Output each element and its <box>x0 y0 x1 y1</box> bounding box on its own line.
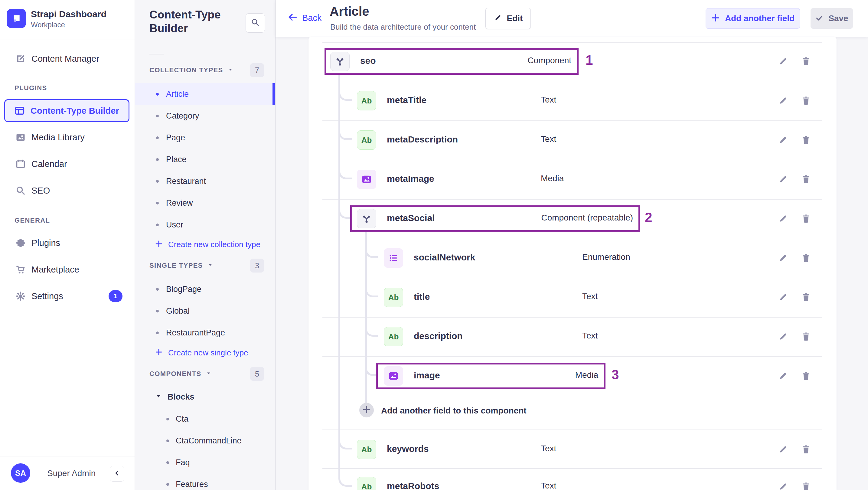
save-label: Save <box>828 13 848 23</box>
back-link[interactable]: Back <box>288 12 321 24</box>
field-row-socialNetwork: socialNetworkEnumeration <box>309 238 837 278</box>
marketplace-icon <box>14 264 27 276</box>
panel-item-user[interactable]: User <box>135 214 275 236</box>
row-actions <box>778 56 811 68</box>
delete-field-icon[interactable] <box>801 332 811 343</box>
edit-field-icon[interactable] <box>778 332 788 343</box>
row-actions <box>778 444 811 456</box>
field-type: Text <box>541 481 556 490</box>
calendar-icon <box>14 158 27 170</box>
annotation-number-1: 1 <box>586 53 593 68</box>
delete-field-icon[interactable] <box>801 174 811 186</box>
panel-item-blogpage[interactable]: BlogPage <box>135 278 275 300</box>
edit-field-icon[interactable] <box>778 253 788 264</box>
delete-field-icon[interactable] <box>801 371 811 382</box>
edit-field-icon[interactable] <box>778 292 788 304</box>
edit-field-icon[interactable] <box>778 135 788 146</box>
bullet-icon <box>156 223 159 226</box>
delete-field-icon[interactable] <box>801 444 811 456</box>
panel-item-place[interactable]: Place <box>135 149 275 170</box>
delete-field-icon[interactable] <box>801 253 811 264</box>
chevron-down-icon <box>227 66 234 74</box>
edit-field-icon[interactable] <box>778 174 788 186</box>
field-type: Enumeration <box>582 252 630 262</box>
panel-item-label: BlogPage <box>166 285 202 294</box>
sidebar-item-marketplace[interactable]: Marketplace <box>0 258 134 280</box>
sidebar-item-label: Marketplace <box>31 265 79 275</box>
field-name: metaSocial <box>387 213 435 223</box>
plugins-section-header: PLUGINS <box>14 84 47 92</box>
field-name: metaDescription <box>387 134 458 145</box>
strapi-logo <box>7 9 26 28</box>
sidebar-item-label: Media Library <box>31 132 85 143</box>
component-field-icon <box>330 52 350 71</box>
add-another-field-button[interactable]: Add another field <box>706 8 800 29</box>
field-name: metaTitle <box>387 95 427 105</box>
sidebar-item-label: SEO <box>31 186 50 196</box>
plus-icon <box>362 405 371 415</box>
component-field-icon <box>357 209 376 228</box>
create-new-collection-type-link[interactable]: Create new collection type <box>135 234 275 255</box>
row-actions <box>778 214 811 225</box>
delete-field-icon[interactable] <box>801 214 811 225</box>
panel-item-label: Features <box>176 480 208 489</box>
component-category-blocks[interactable]: Blocks <box>135 386 275 408</box>
panel-item-cta[interactable]: Cta <box>135 408 275 430</box>
edit-field-icon[interactable] <box>778 96 788 107</box>
add-field-to-component-button[interactable] <box>359 403 374 418</box>
pen-feather-icon <box>14 53 27 65</box>
edit-field-icon[interactable] <box>778 371 788 382</box>
edit-field-icon[interactable] <box>778 482 788 490</box>
panel-item-article[interactable]: Article <box>135 83 275 105</box>
panel-item-ctacommandline[interactable]: CtaCommandLine <box>135 430 275 452</box>
panel-item-category[interactable]: Category <box>135 105 275 127</box>
sidebar-item-settings[interactable]: Settings1 <box>0 285 134 307</box>
delete-field-icon[interactable] <box>801 96 811 107</box>
panel-item-faq[interactable]: Faq <box>135 452 275 473</box>
panel-item-restaurantpage[interactable]: RestaurantPage <box>135 322 275 344</box>
sidebar-item-plugins[interactable]: Plugins <box>0 232 134 254</box>
create-new-single-type-link[interactable]: Create new single type <box>135 342 275 363</box>
sidebar-item-media-library[interactable]: Media Library <box>0 126 134 148</box>
row-actions <box>778 174 811 186</box>
section-count-badge: 7 <box>250 63 264 77</box>
search-button[interactable] <box>246 13 265 33</box>
panel-item-global[interactable]: Global <box>135 300 275 322</box>
panel-item-restaurant[interactable]: Restaurant <box>135 170 275 192</box>
add-field-to-component-label: Add another field to this component <box>381 406 527 416</box>
edit-field-icon[interactable] <box>778 214 788 225</box>
sidebar-item-calendar[interactable]: Calendar <box>0 153 134 175</box>
field-row-metaDescription: AbmetaDescriptionText <box>309 120 837 160</box>
section-header-collection-types[interactable]: COLLECTION TYPES7 <box>135 59 276 81</box>
main-area: Back Article Build the data architecture… <box>276 0 868 490</box>
field-type: Media <box>541 174 564 183</box>
bullet-icon <box>166 439 169 442</box>
panel-item-page[interactable]: Page <box>135 127 275 149</box>
sidebar-item-content-manager[interactable]: Content Manager <box>0 48 134 69</box>
delete-field-icon[interactable] <box>801 482 811 490</box>
page-title: Article <box>330 4 369 19</box>
sidebar-item-seo[interactable]: SEO <box>0 180 134 202</box>
edit-field-icon[interactable] <box>778 56 788 68</box>
field-type: Text <box>541 134 556 144</box>
save-button[interactable]: Save <box>810 8 853 29</box>
field-type: Text <box>582 292 598 301</box>
delete-field-icon[interactable] <box>801 135 811 146</box>
delete-field-icon[interactable] <box>801 292 811 304</box>
edit-button[interactable]: Edit <box>486 8 531 29</box>
delete-field-icon[interactable] <box>801 56 811 68</box>
avatar[interactable]: SA <box>11 463 30 483</box>
edit-label: Edit <box>507 13 523 23</box>
panel-item-features[interactable]: Features <box>135 473 275 490</box>
field-row-description: AbdescriptionText <box>309 317 837 356</box>
sidebar-item-content-type-builder[interactable]: Content-Type Builder <box>4 99 129 122</box>
section-header-single-types[interactable]: SINGLE TYPES3 <box>135 255 276 276</box>
plus-icon <box>711 13 720 24</box>
row-actions <box>778 371 811 382</box>
collapse-sidebar-button[interactable] <box>110 466 124 482</box>
field-type: Text <box>541 95 556 105</box>
bullet-icon <box>156 180 159 183</box>
panel-item-review[interactable]: Review <box>135 192 275 214</box>
section-header-components[interactable]: COMPONENTS5 <box>135 363 276 385</box>
edit-field-icon[interactable] <box>778 444 788 456</box>
